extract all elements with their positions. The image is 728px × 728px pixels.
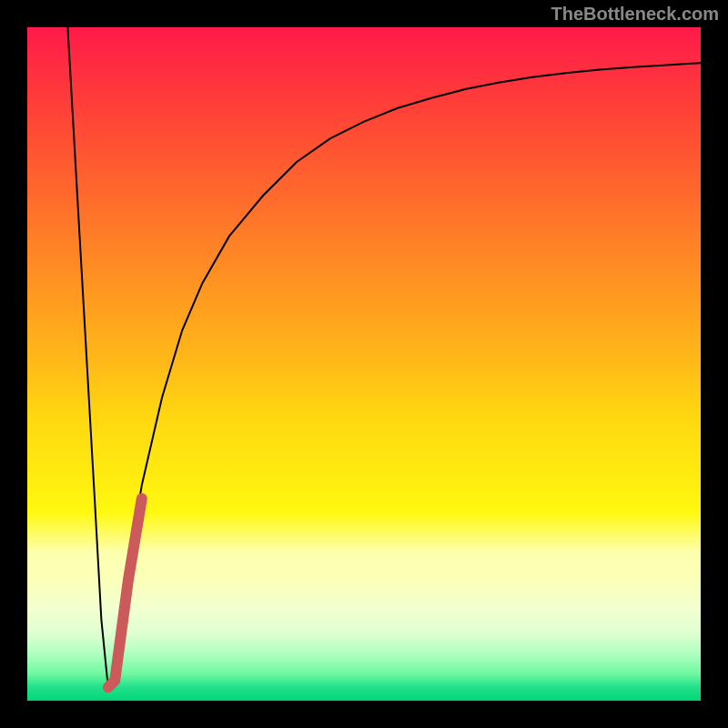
chart-frame: TheBottleneck.com bbox=[0, 0, 728, 728]
plot-area bbox=[27, 27, 701, 701]
watermark-text: TheBottleneck.com bbox=[551, 4, 719, 25]
highlight-segment bbox=[108, 499, 142, 687]
curve-layer bbox=[27, 27, 701, 701]
bottleneck-curve bbox=[67, 27, 701, 687]
